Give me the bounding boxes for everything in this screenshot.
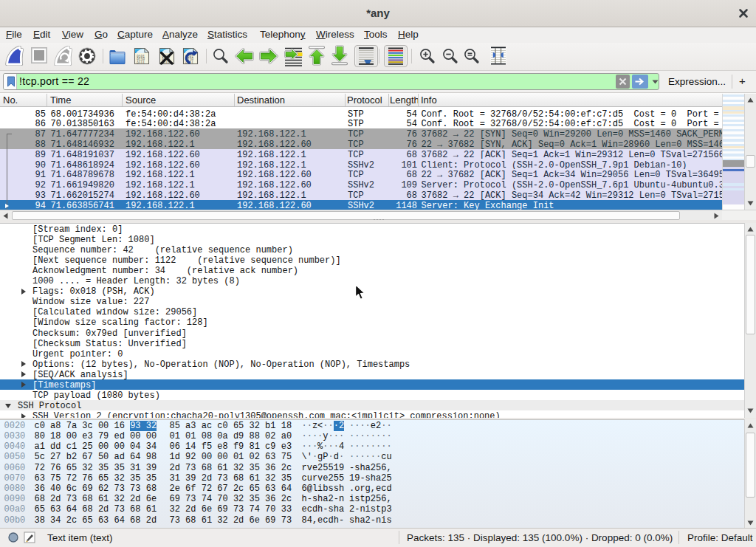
svg-text:0111: 0111 xyxy=(137,61,145,65)
